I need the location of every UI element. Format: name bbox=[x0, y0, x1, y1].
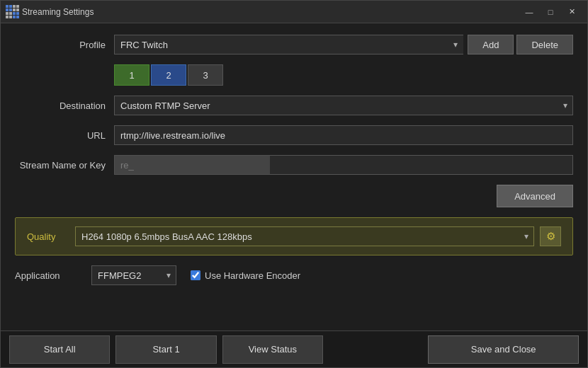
profile-row: Profile FRC Twitch Add Delete bbox=[15, 35, 573, 54]
profile-select[interactable]: FRC Twitch bbox=[114, 35, 463, 54]
advanced-button[interactable]: Advanced bbox=[497, 185, 573, 207]
delete-button[interactable]: Delete bbox=[516, 35, 573, 54]
application-row: Application FFMPEG2 Use Hardware Encoder bbox=[15, 265, 573, 285]
hw-encoder-label[interactable]: Use Hardware Encoder bbox=[205, 270, 300, 281]
destination-select[interactable]: Custom RTMP Server bbox=[114, 96, 573, 115]
view-status-button[interactable]: View Status bbox=[222, 335, 323, 364]
add-button[interactable]: Add bbox=[468, 35, 514, 54]
stream-name-input-wrapper bbox=[114, 155, 573, 175]
url-label: URL bbox=[15, 130, 114, 141]
url-input-wrapper bbox=[114, 125, 573, 145]
quality-select[interactable]: H264 1080p 6.5mbps BusA AAC 128kbps bbox=[75, 226, 534, 246]
window-controls: — □ ✕ bbox=[519, 4, 582, 20]
app-icon bbox=[6, 6, 18, 18]
tab-2[interactable]: 2 bbox=[151, 64, 186, 86]
destination-row: Destination Custom RTMP Server bbox=[15, 96, 573, 115]
url-input[interactable] bbox=[114, 125, 573, 145]
save-close-button[interactable]: Save and Close bbox=[428, 335, 579, 364]
quality-label: Quality bbox=[27, 231, 69, 242]
app-select-wrapper: FFMPEG2 bbox=[91, 265, 176, 285]
maximize-button[interactable]: □ bbox=[541, 4, 560, 20]
quality-section: Quality H264 1080p 6.5mbps BusA AAC 128k… bbox=[15, 217, 573, 255]
destination-select-wrapper: Custom RTMP Server bbox=[114, 96, 573, 115]
bottom-bar: Start All Start 1 View Status Save and C… bbox=[1, 330, 587, 367]
profile-select-wrapper: FRC Twitch bbox=[114, 35, 463, 54]
stream-name-label: Stream Name or Key bbox=[15, 160, 114, 171]
application-label: Application bbox=[15, 270, 86, 281]
quality-gear-button[interactable]: ⚙ bbox=[540, 226, 561, 246]
titlebar: Streaming Settings — □ ✕ bbox=[1, 1, 587, 23]
tabs-row: 1 2 3 bbox=[114, 64, 573, 86]
quality-select-wrapper: H264 1080p 6.5mbps BusA AAC 128kbps bbox=[75, 226, 534, 246]
advanced-row: Advanced bbox=[15, 185, 573, 207]
window-title: Streaming Settings bbox=[22, 7, 519, 17]
url-row: URL bbox=[15, 125, 573, 145]
profile-label: Profile bbox=[15, 40, 114, 50]
hw-encoder-checkbox[interactable] bbox=[191, 270, 200, 280]
stream-name-input[interactable] bbox=[114, 155, 573, 175]
hw-encoder-row: Use Hardware Encoder bbox=[191, 270, 300, 281]
start-1-button[interactable]: Start 1 bbox=[115, 335, 216, 364]
main-content: Profile FRC Twitch Add Delete 1 2 3 Dest… bbox=[1, 23, 587, 330]
stream-name-row: Stream Name or Key bbox=[15, 155, 573, 175]
app-select[interactable]: FFMPEG2 bbox=[91, 265, 176, 285]
streaming-settings-window: Streaming Settings — □ ✕ Profile FRC Twi… bbox=[0, 0, 588, 368]
destination-label: Destination bbox=[15, 100, 114, 111]
minimize-button[interactable]: — bbox=[519, 4, 539, 20]
close-button[interactable]: ✕ bbox=[562, 4, 582, 20]
tab-1[interactable]: 1 bbox=[114, 64, 149, 86]
tab-3[interactable]: 3 bbox=[188, 64, 223, 86]
start-all-button[interactable]: Start All bbox=[9, 335, 110, 364]
